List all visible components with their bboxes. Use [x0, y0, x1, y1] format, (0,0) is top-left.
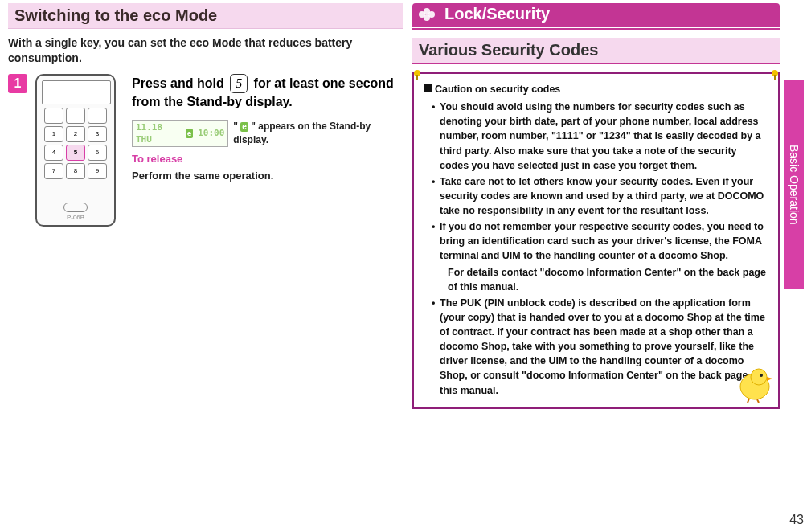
side-tab-label: Basic Operation [784, 80, 804, 289]
section-title-bar: Lock/Security [412, 3, 780, 27]
step-text-prefix: Press and hold [132, 76, 227, 90]
phone-screen [42, 80, 111, 104]
caution-box: Caution on security codes You should avo… [412, 72, 780, 409]
sub-heading-security-codes: Various Security Codes [412, 38, 780, 64]
chick-mascot-icon [735, 362, 775, 403]
svg-line-13 [757, 399, 759, 403]
svg-point-10 [760, 374, 763, 377]
note-prefix: " [233, 121, 240, 132]
page-number: 43 [789, 513, 804, 527]
left-column: Switching to the eco Mode With a single … [0, 0, 408, 532]
side-tab: Basic Operation 43 [784, 0, 807, 532]
key-9: 9 [88, 163, 107, 179]
caution-heading: Caution on security codes [424, 82, 768, 96]
phone-illustration: 1 2 3 4 5 6 7 8 9 P-06B [35, 74, 124, 227]
caution-list: You should avoid using the numbers for s… [424, 100, 768, 398]
lead-text: With a single key, you can set the eco M… [8, 35, 403, 66]
svg-rect-7 [774, 75, 776, 80]
key-8: 8 [66, 163, 85, 179]
lcd-date: 11.18 THU [136, 121, 181, 146]
phone-key [88, 108, 107, 124]
svg-rect-5 [416, 75, 418, 80]
eco-icon-inline: e [240, 122, 248, 132]
step-row: 1 1 2 3 4 5 6 7 8 [8, 74, 403, 227]
icon-appears-note: " e " appears on the Stand-by display. [233, 120, 403, 147]
phone-keypad: 1 2 3 4 5 6 7 8 9 [42, 108, 109, 198]
manual-page: Switching to the eco Mode With a single … [0, 0, 807, 532]
lcd-readout: 11.18 THU e 10:00 [132, 120, 228, 148]
to-release-heading: To release [132, 152, 403, 166]
svg-line-12 [748, 399, 749, 403]
to-release-text: Perform the same operation. [132, 169, 403, 183]
caution-item-extra: For details contact "docomo Information … [440, 265, 768, 294]
right-column: Lock/Security Various Security Codes Cau… [408, 0, 807, 532]
flower-icon [417, 6, 436, 23]
key-1: 1 [44, 126, 63, 142]
section-underline [412, 28, 780, 30]
phone-body: 1 2 3 4 5 6 7 8 9 P-06B [35, 74, 116, 227]
square-bullet-icon [424, 84, 432, 92]
section-title-text: Lock/Security [444, 5, 550, 23]
step-number-badge: 1 [8, 74, 27, 93]
key-7: 7 [44, 163, 63, 179]
caution-item: The PUK (PIN unblock code) is described … [432, 296, 768, 398]
key-5-highlight: 5 [66, 145, 85, 161]
pushpin-icon [411, 69, 424, 82]
lcd-time: 10:00 [198, 127, 224, 139]
svg-point-9 [751, 369, 767, 385]
phone-key [44, 108, 63, 124]
caution-item: If you do not remember your respective s… [432, 219, 768, 294]
key-2: 2 [66, 126, 85, 142]
caution-item: You should avoid using the numbers for s… [432, 100, 768, 173]
phone-hinge [63, 203, 88, 212]
standby-display-sample: 11.18 THU e 10:00 " e " appears on the S… [132, 120, 403, 148]
key-5-icon: 5 [230, 74, 248, 93]
caution-item: Take care not to let others know your se… [432, 174, 768, 218]
phone-model-label: P-06B [42, 214, 109, 221]
key-3: 3 [88, 126, 107, 142]
pushpin-icon [768, 69, 781, 82]
note-suffix: " appears on the Stand-by display. [233, 121, 371, 145]
svg-marker-11 [767, 377, 772, 381]
key-4: 4 [44, 145, 63, 161]
step-instruction: Press and hold 5 for at least one second… [132, 74, 403, 227]
eco-icon: e [186, 129, 193, 139]
key-6: 6 [88, 145, 107, 161]
svg-point-3 [424, 14, 430, 21]
phone-key [66, 108, 85, 124]
caution-item-text: If you do not remember your respective s… [440, 221, 764, 261]
topic-heading-eco: Switching to the eco Mode [8, 3, 403, 29]
caution-heading-text: Caution on security codes [435, 84, 560, 95]
